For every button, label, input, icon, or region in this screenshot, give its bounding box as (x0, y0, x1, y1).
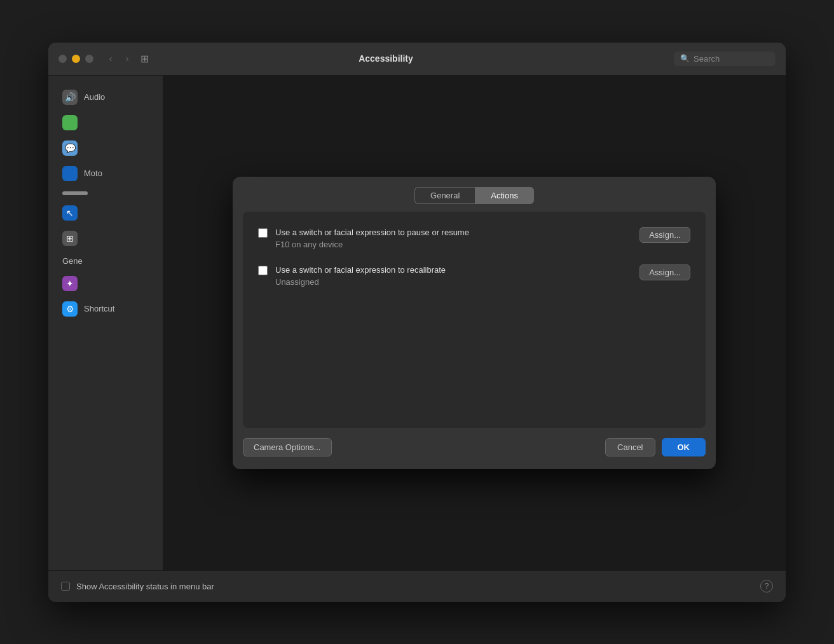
main-window: ‹ › ⊞ Accessibility 🔍 Search 🔊 Audio 💬 (48, 43, 786, 602)
sidebar-item-3[interactable]: 💬 (52, 137, 159, 160)
tab-general[interactable]: General (414, 187, 475, 204)
ok-button[interactable]: OK (662, 438, 706, 456)
search-bar[interactable]: 🔍 Search (674, 51, 776, 66)
row1-sub-text: F10 on any device (275, 240, 632, 249)
dialog-footer: Camera Options... Cancel OK (233, 428, 716, 456)
content-area: General Actions Use a switch or facial e… (163, 76, 786, 570)
sidebar-item-sparkle[interactable]: ✦ (52, 272, 159, 295)
row1-checkbox[interactable] (258, 228, 268, 238)
cancel-button[interactable]: Cancel (605, 438, 655, 456)
sidebar-item-cursor[interactable]: ↖ (52, 202, 159, 224)
grid-icon-sidebar: ⊞ (62, 231, 78, 246)
sidebar-item-2[interactable] (52, 111, 159, 134)
sidebar-label-general: Gene (62, 256, 83, 266)
bottom-bar: Show Accessibility status in menu bar ? (48, 570, 786, 602)
dialog: General Actions Use a switch or facial e… (233, 177, 716, 469)
row2-assign-button[interactable]: Assign... (639, 264, 690, 280)
sidebar-item-audio[interactable]: 🔊 Audio (52, 86, 159, 109)
table-row: Use a switch or facial expression to pau… (258, 227, 690, 249)
main-content: 🔊 Audio 💬 Moto ↖ ⊞ Gene (48, 76, 786, 570)
row2-checkbox[interactable] (258, 266, 268, 275)
sparkle-icon: ✦ (62, 276, 78, 291)
cursor-icon: ↖ (62, 205, 78, 221)
row1-assign-button[interactable]: Assign... (639, 227, 690, 243)
window-title: Accessibility (98, 53, 674, 64)
status-bar-label: Show Accessibility status in menu bar (76, 582, 214, 591)
sidebar-item-motor[interactable]: Moto (52, 162, 159, 185)
tab-actions[interactable]: Actions (475, 187, 534, 204)
motor-icon (62, 166, 78, 181)
status-bar-checkbox[interactable] (61, 582, 70, 591)
table-row: Use a switch or facial expression to rec… (258, 264, 690, 287)
dialog-tabs: General Actions (233, 177, 716, 212)
row1-text: Use a switch or facial expression to pau… (275, 227, 632, 249)
camera-options-button[interactable]: Camera Options... (243, 438, 332, 456)
sidebar-label-shortcut: Shortcut (84, 304, 114, 313)
row2-sub-text: Unassigned (275, 277, 632, 287)
sidebar-label-audio: Audio (84, 92, 105, 102)
search-icon: 🔍 (680, 54, 690, 63)
titlebar: ‹ › ⊞ Accessibility 🔍 Search (48, 43, 786, 76)
shortcut-icon: ⚙ (62, 301, 78, 317)
sidebar-item-general[interactable]: Gene (52, 252, 159, 270)
help-button[interactable]: ? (760, 580, 773, 593)
audio-icon: 🔊 (62, 90, 78, 105)
row2-main-text: Use a switch or facial expression to rec… (275, 264, 632, 276)
sidebar-item-5[interactable] (52, 188, 159, 199)
item2-icon (62, 115, 78, 130)
sidebar-item-grid[interactable]: ⊞ (52, 227, 159, 250)
item5-icon (62, 191, 88, 195)
traffic-lights (58, 55, 93, 63)
sidebar: 🔊 Audio 💬 Moto ↖ ⊞ Gene (48, 76, 163, 570)
minimize-button[interactable] (72, 55, 80, 63)
close-button[interactable] (58, 55, 67, 63)
dialog-overlay: General Actions Use a switch or facial e… (163, 76, 786, 570)
row1-main-text: Use a switch or facial expression to pau… (275, 227, 632, 238)
maximize-button[interactable] (85, 55, 93, 63)
row2-text: Use a switch or facial expression to rec… (275, 264, 632, 287)
search-placeholder: Search (694, 54, 720, 64)
sidebar-item-shortcut[interactable]: ⚙ Shortcut (52, 298, 159, 320)
item3-icon: 💬 (62, 140, 78, 156)
dialog-content: Use a switch or facial expression to pau… (243, 212, 706, 428)
sidebar-label-motor: Moto (84, 168, 102, 178)
